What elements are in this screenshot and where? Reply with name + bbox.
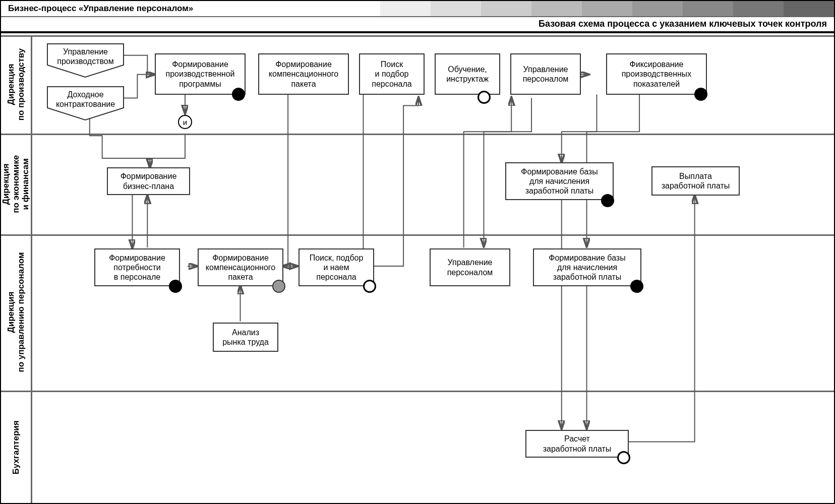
process-subtitle: Базовая схема процесса с указанием ключе… xyxy=(539,19,827,29)
node-biz-plan: Формированиебизнес-плана xyxy=(107,167,190,195)
lane-label-hr: Дирекцияпо управлению персоналом xyxy=(1,234,32,391)
control-point-icon xyxy=(694,88,707,101)
node-training: Обучение,инструктаж xyxy=(435,53,500,95)
node-pay-salary: Выплатазаработной платы xyxy=(651,166,740,196)
control-point-icon xyxy=(169,280,182,293)
control-point-icon xyxy=(478,91,491,104)
node-base-hr: Формирование базыдля начислениязаработно… xyxy=(533,248,641,286)
node-hr-mgmt-top: Управлениеперсоналом xyxy=(510,53,581,95)
lane-label-accounting: Бухгалтерия xyxy=(1,391,32,504)
control-point-icon xyxy=(232,88,245,101)
swimlanes: Дирекцияпо производству Дирекцияпо эконо… xyxy=(1,35,834,503)
node-comp-pkg-hr: Формированиекомпенсационногопакета xyxy=(198,248,283,286)
title-bar: Бизнес-процесс «Управление персоналом» xyxy=(1,1,834,17)
input-production-mgmt: Управлениепроизводством xyxy=(46,43,125,78)
control-point-icon xyxy=(363,280,376,293)
input-contracting: Доходноеконтрактование xyxy=(46,86,125,121)
node-calc-salary: Расчетзаработной платы xyxy=(525,430,629,458)
node-prod-program: Формированиепроизводственнойпрограммы xyxy=(155,53,246,95)
subtitle-bar: Базовая схема процесса с указанием ключе… xyxy=(1,16,834,33)
lane-label-production: Дирекцияпо производству xyxy=(1,35,32,134)
control-point-icon xyxy=(601,194,614,207)
node-hr-mgmt-hr: Управлениеперсоналом xyxy=(430,248,510,286)
grayscale-swatches xyxy=(380,1,834,16)
node-comp-pkg-top: Формированиекомпенсационногопакета xyxy=(258,53,349,95)
node-fix-indicators: Фиксированиепроизводственныхпоказателей xyxy=(606,53,707,95)
control-point-icon xyxy=(617,451,630,464)
node-search-top: Поиски подборперсонала xyxy=(359,53,425,95)
node-market-analysis: Анализрынка труда xyxy=(213,323,278,352)
node-base-econ: Формирование базыдля начислениязаработно… xyxy=(505,162,614,200)
lane-label-economics: Дирекцияпо экономикеи финансам xyxy=(1,134,32,234)
process-title: Бизнес-процесс «Управление персоналом» xyxy=(1,4,193,14)
node-search-hire: Поиск, подбори наемперсонала xyxy=(299,248,374,286)
diagram-frame: Бизнес-процесс «Управление персоналом» Б… xyxy=(0,0,835,504)
control-point-icon xyxy=(630,280,643,293)
node-need: Формированиепотребностив персонале xyxy=(94,248,180,286)
control-point-icon xyxy=(272,280,285,293)
gate-and: и xyxy=(178,115,192,129)
